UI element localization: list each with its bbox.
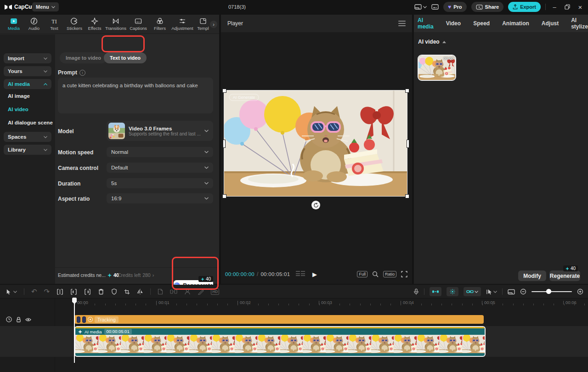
tab-animation[interactable]: Animation [502,20,529,27]
tab-templates[interactable]: Templ [195,17,211,31]
inspector-panel: AI media Video Speed Animation Adjust AI… [414,15,588,284]
selection-handle-br[interactable] [405,194,409,198]
full-view-button[interactable]: Full [357,271,368,277]
rotate-handle[interactable] [311,201,320,209]
sidebar-item-library[interactable]: Library [4,145,51,155]
fullscreen-icon[interactable] [401,271,407,277]
lock-icon[interactable] [16,316,21,322]
export-button[interactable]: Export [508,2,541,12]
menu-button[interactable]: Menu [32,2,59,11]
sidebar-item-ai-dialogue-scene[interactable]: AI dialogue scene [8,120,53,125]
auto-preview-toggle-button[interactable] [447,287,458,296]
close-button[interactable]: × [576,3,584,11]
transitions-icon [112,17,119,25]
mark-button[interactable] [111,288,117,295]
zoom-in-button[interactable] [577,288,583,295]
tab-ai-stylize[interactable]: AI stylize [571,17,588,30]
delete-right-button[interactable] [84,289,91,295]
sidebar-item-ai-image[interactable]: AI image [8,93,30,99]
tab-speed[interactable]: Speed [473,20,490,27]
tab-filters[interactable]: Filters [150,17,170,31]
tab-audio[interactable]: Audio [24,17,44,31]
tab-adjust[interactable]: Adjust [542,20,559,27]
minimize-button[interactable]: – [550,4,559,11]
select-tool-button[interactable] [6,289,17,295]
text-to-video-tab[interactable]: Text to video [104,52,147,63]
image-to-video-tab[interactable]: Image to video [60,52,107,63]
smart-script-button[interactable] [158,288,163,295]
crop-button[interactable] [124,289,130,295]
cursor-follow-button[interactable] [486,289,497,295]
selection-handle-bl[interactable] [222,194,226,198]
ai-stylize-button[interactable] [198,288,204,295]
ratio-button[interactable]: Ratio [383,271,396,277]
player-menu-icon[interactable] [398,19,406,28]
delete-button[interactable] [98,288,104,295]
sidebar-item-import[interactable]: Import [4,53,51,63]
selection-handle-tl[interactable] [222,89,226,93]
selection-handle-right[interactable] [407,140,409,148]
tab-text[interactable]: TI Text [44,17,64,31]
tab-ai-media[interactable]: AI media [418,17,434,30]
frame-view-icon[interactable] [296,271,306,278]
ai-video-thumbnail[interactable]: 00:05 [418,55,456,81]
filmstrip-frame [166,335,189,353]
split-button[interactable] [57,289,63,295]
record-voiceover-button[interactable] [413,288,419,295]
share-button[interactable]: Share [471,2,504,12]
play-button[interactable]: ▶ [312,269,317,280]
eye-icon[interactable] [25,317,31,322]
playhead-line[interactable] [74,299,75,363]
link-toggle-button[interactable] [464,287,481,296]
layout-toggle-icon[interactable] [414,4,427,10]
hd-enhance-button[interactable]: HD [211,288,219,295]
camera-control-select[interactable]: Default [107,163,213,173]
zoom-out-button[interactable] [520,288,526,295]
mirror-flip-button[interactable] [137,288,143,295]
sidebar-item-spaces[interactable]: Spaces [4,132,51,142]
extract-person-button[interactable] [184,288,191,295]
snap-toggle-button[interactable] [430,287,441,296]
info-icon[interactable]: i [79,70,85,76]
zoom-slider-knob[interactable] [546,289,551,294]
ai-video-section-header[interactable]: AI video [418,39,446,45]
clock-icon[interactable] [6,316,12,322]
sidebar-item-ai-video[interactable]: AI video [8,107,28,112]
sidebar-item-yours[interactable]: Yours [4,66,51,76]
tab-effects[interactable]: Effects [85,17,105,31]
undo-button[interactable]: ↶ [31,287,37,296]
aspect-ratio-select[interactable]: 16:9 [107,193,213,203]
restore-button[interactable] [563,4,571,10]
transition-button[interactable] [170,289,177,294]
preview-axis-button[interactable] [508,289,515,295]
selection-handle-tr[interactable] [405,89,409,93]
tab-stickers[interactable]: Stickers [64,17,85,31]
tab-strip-expand-button[interactable]: › [210,21,217,28]
tab-captions[interactable]: Captions [127,17,150,31]
credits-left[interactable]: Credits left 280 › [118,272,154,278]
delete-left-button[interactable] [70,289,77,295]
motion-speed-value: Normal [111,149,128,155]
prompt-input[interactable]: a cute kitten celebrating a birthday wit… [58,78,213,113]
motion-speed-select[interactable]: Normal [107,147,213,157]
focus-zoom-icon[interactable] [372,271,379,277]
tracking-track-clip[interactable]: Tracking [74,315,484,324]
selection-handle-left[interactable] [223,140,226,148]
model-select[interactable]: Video 3.0 Frames Supports setting the fi… [107,121,213,141]
timeline-ruler[interactable]: 00:00 00:01 00:02 00:03 00:04 00:05 00:0… [0,299,588,307]
tab-adjustment[interactable]: Adjustment [170,17,195,31]
redo-button[interactable]: ↷ [44,287,50,296]
tab-media[interactable]: Media [4,17,24,31]
modify-button[interactable]: Modify [518,271,546,281]
caption-panel-icon[interactable] [431,4,439,10]
duration-select[interactable]: 5s [107,178,213,188]
tab-transitions[interactable]: Transitions [105,17,127,31]
video-canvas[interactable] [224,90,407,196]
inspector-regenerate-button[interactable]: Regenerate [549,271,580,281]
timeline-zoom-slider[interactable] [531,291,572,292]
sidebar-item-ai-media[interactable]: AI media [4,79,51,89]
pro-button[interactable]: ♥ Pro [443,2,466,12]
credits-left-label: Credits left [118,272,141,278]
tab-video[interactable]: Video [446,20,461,27]
ai-media-clip[interactable]: AI media 00:00:05:01 [74,326,486,357]
